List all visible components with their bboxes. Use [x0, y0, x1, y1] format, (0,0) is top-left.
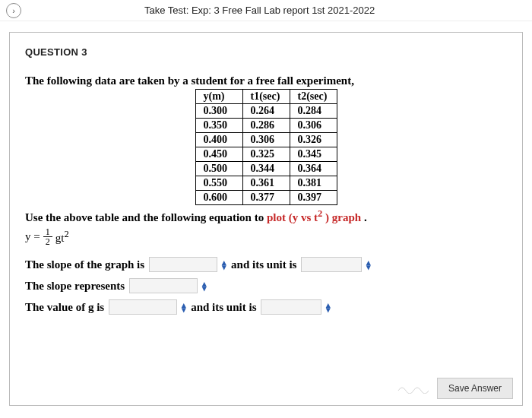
formula: y = 1 2 gt2 — [25, 227, 507, 246]
save-answer-button[interactable]: Save Answer — [437, 378, 513, 399]
instruction-highlight: plot (y vs t2 ) graph — [267, 211, 361, 223]
table-cell: 0.306 — [290, 119, 337, 133]
stepper-icon[interactable]: ▴▾ — [366, 260, 371, 269]
formula-lhs: y = — [25, 230, 40, 243]
back-button[interactable]: › — [6, 3, 21, 18]
question-intro: The following data are taken by a studen… — [25, 74, 507, 87]
table-cell: 0.550 — [195, 176, 242, 191]
table-cell: 0.381 — [290, 176, 337, 191]
table-header-row: y(m) t1(sec) t2(sec) — [195, 90, 337, 104]
signature-icon — [397, 383, 431, 394]
represents-input[interactable] — [129, 278, 198, 293]
table-cell: 0.325 — [242, 147, 290, 162]
stepper-icon[interactable]: ▴▾ — [202, 281, 207, 290]
table-cell: 0.306 — [242, 133, 290, 147]
table-cell: 0.397 — [290, 191, 337, 205]
table-cell: 0.300 — [195, 104, 242, 119]
slope-input[interactable] — [149, 257, 217, 272]
table-cell: 0.600 — [195, 191, 242, 205]
col-header: t2(sec) — [290, 90, 337, 104]
table-row: 0.4500.3250.345 — [195, 147, 337, 162]
table-cell: 0.286 — [242, 119, 290, 133]
table-cell: 0.284 — [290, 104, 337, 119]
table-cell: 0.326 — [290, 133, 337, 147]
stepper-icon[interactable]: ▴▾ — [222, 260, 226, 269]
stepper-icon[interactable]: ▴▾ — [182, 302, 186, 312]
answer-line-slope: The slope of the graph is ▴▾ and its uni… — [25, 257, 507, 272]
table-cell: 0.264 — [242, 104, 290, 119]
topbar: › Take Test: Exp: 3 Free Fall Lab report… — [0, 0, 532, 21]
formula-sup: 2 — [64, 229, 68, 239]
g-label: The value of g is — [25, 301, 104, 314]
slope-unit-label: and its unit is — [231, 258, 296, 271]
formula-rhs-text: gt — [55, 232, 65, 244]
table-cell: 0.500 — [195, 162, 242, 176]
table-row: 0.4000.3060.326 — [195, 133, 337, 147]
formula-fraction: 1 2 — [43, 227, 52, 246]
table-cell: 0.364 — [290, 162, 337, 176]
card-footer: Save Answer — [397, 378, 513, 399]
table-row: 0.5500.3610.381 — [195, 176, 337, 191]
g-unit-label: and its unit is — [191, 301, 256, 314]
answer-line-g: The value of g is ▴▾ and its unit is ▴▾ — [25, 299, 507, 315]
question-card: QUESTION 3 The following data are taken … — [9, 32, 523, 406]
g-value-input[interactable] — [109, 299, 177, 315]
table-row: 0.3000.2640.284 — [195, 104, 337, 119]
instruction-text: Use the above table and the following eq… — [25, 208, 507, 224]
table-cell: 0.361 — [242, 176, 290, 191]
table-cell: 0.350 — [195, 119, 242, 133]
answer-line-represents: The slope represents ▴▾ — [25, 278, 507, 293]
formula-denominator: 2 — [43, 237, 52, 246]
table-row: 0.5000.3440.364 — [195, 162, 337, 176]
formula-rhs: gt2 — [55, 229, 69, 245]
col-header: t1(sec) — [242, 90, 290, 104]
table-row: 0.3500.2860.306 — [195, 119, 337, 133]
table-cell: 0.400 — [195, 133, 242, 147]
stepper-icon[interactable]: ▴▾ — [326, 302, 331, 312]
instruction-red-a: plot (y vs t — [267, 211, 318, 223]
table-row: 0.6000.3770.397 — [195, 191, 337, 205]
table-cell: 0.344 — [242, 162, 290, 176]
table-body: 0.3000.2640.2840.3500.2860.3060.4000.306… — [195, 104, 337, 205]
instruction-red-b: ) graph — [322, 211, 361, 223]
question-heading: QUESTION 3 — [25, 46, 507, 58]
instruction-period: . — [361, 211, 367, 223]
table-cell: 0.377 — [242, 191, 290, 205]
instruction-prefix: Use the above table and the following eq… — [25, 211, 267, 223]
g-unit-input[interactable] — [261, 299, 321, 315]
page-title: Take Test: Exp: 3 Free Fall Lab report 1… — [144, 5, 375, 16]
data-table: y(m) t1(sec) t2(sec) 0.3000.2640.2840.35… — [195, 89, 337, 205]
slope-label: The slope of the graph is — [25, 258, 144, 271]
slope-unit-input[interactable] — [301, 257, 362, 272]
table-cell: 0.345 — [290, 147, 337, 162]
chevron-right-icon: › — [12, 6, 15, 15]
col-header: y(m) — [195, 90, 242, 104]
represents-label: The slope represents — [25, 280, 125, 293]
table-cell: 0.450 — [195, 147, 242, 162]
